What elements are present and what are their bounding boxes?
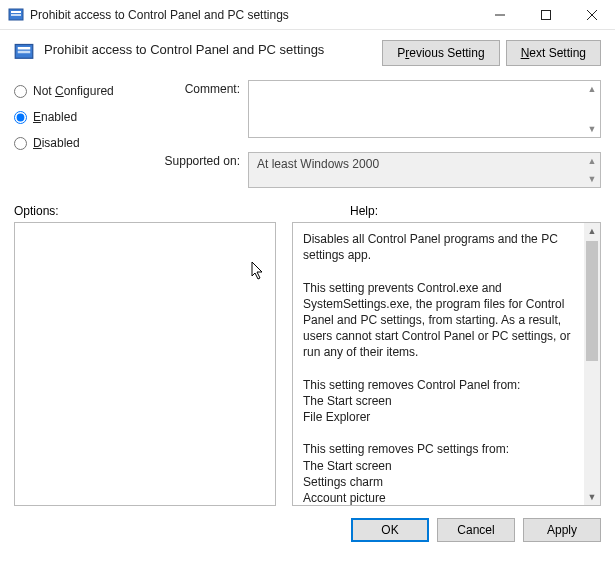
svg-rect-8 xyxy=(18,47,31,50)
scroll-up-icon: ▲ xyxy=(585,154,599,168)
svg-rect-4 xyxy=(542,10,551,19)
footer: OK Cancel Apply xyxy=(0,506,615,552)
supported-on-box: At least Windows 2000 ▲ ▼ xyxy=(248,152,601,188)
supported-on-label: Supported on: xyxy=(150,152,240,168)
cancel-button[interactable]: Cancel xyxy=(437,518,515,542)
radio-label: Disabled xyxy=(33,136,80,150)
radio-enabled-input[interactable] xyxy=(14,111,27,124)
cursor-icon xyxy=(251,261,265,285)
scroll-up-icon[interactable]: ▲ xyxy=(585,82,599,96)
next-setting-button[interactable]: Next Setting xyxy=(506,40,601,66)
help-label: Help: xyxy=(350,204,378,218)
config-section: Not Configured Enabled Disabled Comment:… xyxy=(0,80,615,198)
policy-heading: Prohibit access to Control Panel and PC … xyxy=(44,40,372,57)
policy-icon xyxy=(8,7,24,23)
scroll-down-icon: ▼ xyxy=(585,172,599,186)
maximize-button[interactable] xyxy=(523,0,569,30)
pane-labels: Options: Help: xyxy=(0,198,615,222)
apply-button[interactable]: Apply xyxy=(523,518,601,542)
help-pane[interactable]: Disables all Control Panel programs and … xyxy=(293,223,584,505)
close-button[interactable] xyxy=(569,0,615,30)
minimize-button[interactable] xyxy=(477,0,523,30)
radio-not-configured[interactable]: Not Configured xyxy=(14,84,134,98)
radio-label: Enabled xyxy=(33,110,77,124)
svg-rect-2 xyxy=(11,14,21,16)
scroll-down-icon[interactable]: ▼ xyxy=(585,122,599,136)
comment-label: Comment: xyxy=(150,80,240,96)
scroll-down-icon[interactable]: ▼ xyxy=(584,489,600,505)
help-scrollbar[interactable]: ▲ ▼ xyxy=(584,223,600,505)
options-label: Options: xyxy=(14,204,350,218)
ok-button[interactable]: OK xyxy=(351,518,429,542)
header: Prohibit access to Control Panel and PC … xyxy=(0,30,615,80)
radio-disabled[interactable]: Disabled xyxy=(14,136,134,150)
radio-not-configured-input[interactable] xyxy=(14,85,27,98)
policy-icon-large xyxy=(14,42,34,62)
scroll-track[interactable] xyxy=(584,239,600,489)
comment-textarea[interactable]: ▲ ▼ xyxy=(248,80,601,138)
previous-setting-button[interactable]: Previous Setting xyxy=(382,40,499,66)
scroll-thumb[interactable] xyxy=(586,241,598,361)
svg-rect-1 xyxy=(11,11,21,13)
panels: Disables all Control Panel programs and … xyxy=(0,222,615,506)
svg-rect-9 xyxy=(18,51,31,54)
radio-enabled[interactable]: Enabled xyxy=(14,110,134,124)
pane-divider[interactable] xyxy=(276,222,292,506)
options-pane[interactable] xyxy=(14,222,276,506)
titlebar: Prohibit access to Control Panel and PC … xyxy=(0,0,615,30)
radio-disabled-input[interactable] xyxy=(14,137,27,150)
state-radio-group: Not Configured Enabled Disabled xyxy=(14,80,134,188)
window-title: Prohibit access to Control Panel and PC … xyxy=(30,8,477,22)
supported-on-value: At least Windows 2000 xyxy=(257,157,379,171)
radio-label: Not Configured xyxy=(33,84,114,98)
scroll-up-icon[interactable]: ▲ xyxy=(584,223,600,239)
help-pane-wrap: Disables all Control Panel programs and … xyxy=(292,222,601,506)
